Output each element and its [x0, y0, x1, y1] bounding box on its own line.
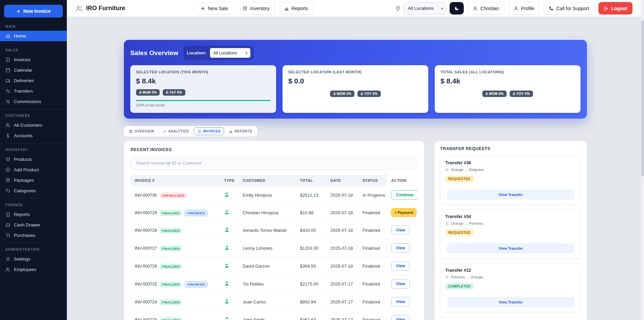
sidebar-item-invoices[interactable]: Invoices: [0, 54, 67, 65]
sidebar-item-transfers[interactable]: Transfers: [0, 86, 67, 96]
mom-badge: Δ MOM 0%: [482, 91, 507, 97]
sidebar-item-home[interactable]: Home: [0, 31, 67, 41]
customer-name: David Garzon: [239, 257, 296, 275]
customer-type-icon: [224, 245, 230, 250]
inventory-button[interactable]: Inventory: [237, 2, 275, 15]
invoice-status: Finalized: [358, 257, 387, 275]
invoice-status: Finalized: [358, 204, 387, 221]
sidebar-item-employees[interactable]: Employees: [0, 264, 67, 275]
invoice-status: Finalized: [358, 275, 387, 293]
logout-button[interactable]: Logout: [598, 2, 633, 15]
header-location-select[interactable]: All Locations: [403, 2, 446, 15]
view-transfer-button[interactable]: View Transfer: [447, 244, 574, 253]
invoice-total: $410.00: [296, 221, 326, 239]
progress-bar-fill: [136, 100, 270, 101]
invoice-action-continue-button[interactable]: Continue: [391, 190, 418, 200]
sidebar-section-title-main: MAIN: [0, 20, 67, 31]
sidebar-item-accounts[interactable]: Accounts: [0, 130, 67, 141]
tab-analytics[interactable]: ANALYTICS: [159, 127, 193, 135]
tab-reports[interactable]: REPORTS: [225, 127, 256, 135]
sidebar-item-label: Purchases: [14, 233, 35, 238]
badge-finalized: FINALIZED: [160, 317, 182, 320]
drawer-icon: [5, 222, 10, 227]
invoice-action-view-button[interactable]: View: [391, 279, 410, 289]
user-button[interactable]: Christian: [467, 2, 504, 15]
dollar-icon: [5, 133, 10, 138]
sidebar-item-reports[interactable]: Reports: [0, 209, 67, 220]
transfer-status-badge: COMPLETED: [445, 283, 474, 290]
file-icon: [5, 212, 10, 217]
main-content: Sales Overview Location: All Locations ▾…: [67, 17, 644, 320]
percent-icon: [5, 99, 10, 104]
profile-button[interactable]: Profile: [508, 2, 540, 15]
sales-overview-panel: Sales Overview Location: All Locations ▾…: [124, 40, 587, 119]
column-header-total: TOTAL: [296, 175, 326, 186]
yoy-badge: Δ YoY 0%: [163, 89, 185, 96]
home-icon: [5, 33, 10, 39]
sidebar-nav: MAINHomeSALESInvoicesCalendarDeliveriesT…: [0, 20, 67, 275]
invoice-action-view-button[interactable]: View: [391, 261, 410, 271]
transfer-name: Transfer #36: [445, 160, 576, 165]
sidebar-item-deliveries[interactable]: Deliveries: [0, 75, 67, 86]
invoice-search-input[interactable]: [131, 156, 418, 170]
invoice-action-view-button[interactable]: View: [391, 243, 410, 253]
invoice-total: $892.84: [296, 293, 326, 311]
tag-icon: [5, 188, 10, 193]
moon-icon: [454, 6, 459, 11]
invoice-date: 2025-07-17: [326, 275, 358, 293]
view-transfer-button[interactable]: View Transfer: [447, 297, 574, 307]
sidebar-item-cash-drawer[interactable]: Cash Drawer: [0, 220, 67, 230]
transfer-status-badge: REQUESTED: [445, 229, 474, 236]
support-button[interactable]: Call for Support: [543, 2, 594, 15]
invoice-date: 2025-07-18: [326, 204, 358, 221]
invoice-action-view-button[interactable]: View: [391, 297, 410, 306]
cart-icon: [5, 233, 10, 238]
column-header-status: STATUS: [358, 175, 387, 186]
invoice-date: 2025-07-18: [326, 239, 358, 257]
invoice-row: INV-000730UNFINALIZEDEmily Hinojosa$2512…: [131, 186, 418, 204]
invoice-row: INV-000729FINALIZEDFINANCEDChristian Hin…: [131, 204, 418, 221]
sidebar-item-packages[interactable]: Packages: [0, 175, 67, 186]
tab-label: INVOICES: [203, 129, 221, 133]
sidebar-item-purchases[interactable]: Purchases: [0, 230, 67, 241]
sales-stat-card-0: SELECTED LOCATION (THIS MONTH)$ 8.4kΔ Mo…: [130, 65, 276, 113]
badge-financed: FINANCED: [185, 210, 207, 216]
invoice-date: 2025-07-17: [326, 293, 358, 311]
sidebar: New Invoice MAINHomeSALESInvoicesCalenda…: [0, 0, 67, 320]
scrollbar-track[interactable]: [641, 0, 644, 320]
tab-invoices[interactable]: INVOICES: [194, 127, 224, 135]
dark-mode-toggle[interactable]: [450, 2, 464, 15]
invoice-action-view-button[interactable]: View: [391, 225, 410, 235]
view-transfer-button[interactable]: View Transfer: [447, 190, 574, 199]
sidebar-item-commissions[interactable]: Commissions: [0, 96, 67, 107]
sidebar-item-add-product[interactable]: Add Product: [0, 165, 67, 175]
sidebar-item-label: Transfers: [14, 89, 33, 94]
file-icon: [197, 129, 201, 133]
tab-overview[interactable]: OVERVIEW: [125, 127, 158, 135]
sidebar-item-settings[interactable]: Settings: [0, 254, 67, 264]
sidebar-item-categories[interactable]: Categories: [0, 186, 67, 196]
invoice-action-view-button[interactable]: View: [391, 315, 410, 320]
reports-button[interactable]: Reports: [279, 2, 314, 15]
invoice-action-payment-button[interactable]: + Payment: [391, 208, 417, 217]
sidebar-item-all-customers[interactable]: All Customers: [0, 120, 67, 130]
transfer-name: Transfer #34: [445, 214, 576, 219]
new-sale-button[interactable]: New Sale: [195, 2, 234, 15]
truck-icon: [5, 78, 10, 83]
invoice-total: $2175.00: [296, 275, 326, 293]
overview-location-picker: Location: All Locations ▾: [184, 46, 253, 60]
sidebar-item-label: Employees: [14, 267, 36, 272]
stat-cards: SELECTED LOCATION (THIS MONTH)$ 8.4kΔ Mo…: [130, 65, 581, 113]
overview-location-select[interactable]: All Locations: [210, 48, 250, 58]
recent-invoices-panel: RECENT INVOICES INVOICE #TYPECUSTOMERTOT…: [124, 141, 424, 320]
sidebar-item-products[interactable]: Products: [0, 154, 67, 165]
sidebar-item-label: Deliveries: [14, 78, 34, 83]
scrollbar-thumb[interactable]: [641, 20, 644, 176]
badge-finalized: FINALIZED: [160, 299, 182, 305]
customer-name: John Smith: [239, 311, 296, 320]
gear-icon: [5, 256, 10, 262]
invoice-id: INV-000726: [135, 264, 157, 269]
badge-finalized: FINALIZED: [160, 210, 182, 216]
new-invoice-button[interactable]: New Invoice: [4, 5, 63, 18]
sidebar-item-calendar[interactable]: Calendar: [0, 65, 67, 75]
